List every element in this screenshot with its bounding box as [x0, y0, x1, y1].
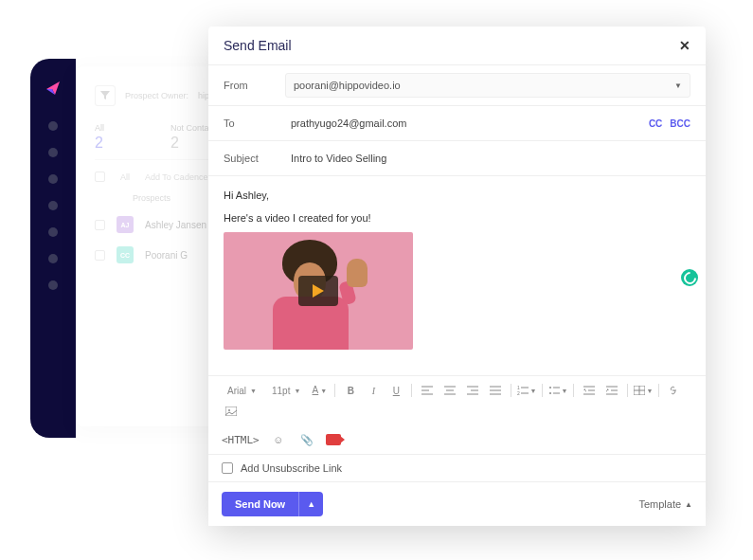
- align-left-icon[interactable]: [418, 382, 437, 399]
- subject-input[interactable]: Intro to Video Selling: [285, 149, 690, 168]
- svg-marker-28: [606, 388, 609, 392]
- select-all-checkbox[interactable]: [95, 172, 105, 182]
- italic-button[interactable]: I: [364, 382, 383, 399]
- tab-all[interactable]: All 2: [95, 123, 104, 152]
- svg-marker-2: [100, 91, 110, 99]
- body-line: Hi Ashley,: [224, 188, 690, 205]
- record-video-icon[interactable]: [326, 434, 341, 445]
- align-center-icon[interactable]: [440, 382, 459, 399]
- from-row: From poorani@hippovideo.io ▼: [208, 65, 706, 106]
- avatar: AJ: [117, 216, 134, 233]
- editor-toolbar-secondary: <HTML>: [208, 425, 706, 454]
- nav-item-3[interactable]: [48, 174, 58, 184]
- svg-text:2: 2: [517, 390, 520, 395]
- prospect-name: Ashley Jansen: [145, 220, 206, 230]
- subject-label: Subject: [224, 153, 285, 164]
- from-select[interactable]: poorani@hippovideo.io ▼: [285, 73, 690, 98]
- font-select[interactable]: Arial▼: [222, 384, 262, 398]
- nav-item-2[interactable]: [48, 148, 58, 157]
- play-icon[interactable]: [298, 276, 338, 306]
- html-button[interactable]: <HTML>: [222, 434, 260, 446]
- align-right-icon[interactable]: [463, 382, 482, 399]
- row-checkbox[interactable]: [95, 220, 105, 230]
- owner-label: Prospect Owner:: [125, 91, 188, 100]
- chevron-down-icon: ▼: [674, 81, 682, 90]
- table-icon[interactable]: ▼: [634, 382, 653, 399]
- from-label: From: [224, 80, 285, 91]
- nav-rail: [30, 59, 76, 438]
- body-line: Here's a video I created for you!: [224, 210, 690, 227]
- from-value: poorani@hippovideo.io: [294, 80, 401, 91]
- unsubscribe-checkbox[interactable]: [222, 462, 233, 474]
- template-button[interactable]: Template ▲: [638, 498, 692, 510]
- unordered-list-icon[interactable]: ▼: [548, 382, 567, 399]
- nav-item-1[interactable]: [48, 121, 58, 131]
- prospect-name: Poorani G: [145, 250, 188, 261]
- bcc-button[interactable]: BCC: [670, 118, 690, 129]
- indent-icon[interactable]: [602, 382, 621, 399]
- nav-item-6[interactable]: [48, 254, 58, 263]
- image-icon[interactable]: [222, 403, 241, 420]
- link-icon[interactable]: [665, 382, 684, 399]
- unsubscribe-row: Add Unsubscribe Link: [208, 454, 706, 481]
- row-checkbox[interactable]: [95, 250, 105, 261]
- size-select[interactable]: 11pt▼: [266, 384, 306, 398]
- avatar: CC: [117, 246, 134, 263]
- unsubscribe-label: Add Unsubscribe Link: [241, 462, 342, 474]
- add-to-cadence-button[interactable]: Add To Cadence: [145, 172, 207, 182]
- nav-item-5[interactable]: [48, 227, 58, 237]
- text-color-button[interactable]: A▼: [310, 382, 329, 399]
- email-body[interactable]: Hi Ashley, Here's a video I created for …: [208, 176, 706, 375]
- nav-item-7[interactable]: [48, 280, 58, 290]
- grammarly-icon[interactable]: [681, 269, 698, 286]
- close-icon[interactable]: ✕: [679, 38, 690, 53]
- svg-point-21: [549, 392, 551, 394]
- subject-row: Subject Intro to Video Selling: [208, 141, 706, 176]
- send-options-button[interactable]: ▲: [298, 492, 323, 516]
- underline-button[interactable]: U: [386, 382, 405, 399]
- to-input[interactable]: prathyugo24@gmail.com: [285, 114, 649, 133]
- modal-title: Send Email: [224, 38, 292, 53]
- emoji-icon[interactable]: [269, 431, 288, 448]
- bold-button[interactable]: B: [341, 382, 360, 399]
- align-justify-icon[interactable]: [486, 382, 505, 399]
- chevron-up-icon: ▲: [685, 500, 692, 509]
- outdent-icon[interactable]: [580, 382, 599, 399]
- app-logo-icon: [44, 78, 63, 97]
- nav-item-4[interactable]: [48, 201, 58, 210]
- send-now-button[interactable]: Send Now: [222, 492, 298, 516]
- svg-marker-24: [583, 388, 586, 392]
- send-email-modal: Send Email ✕ From poorani@hippovideo.io …: [208, 27, 706, 526]
- to-label: To: [224, 117, 285, 129]
- svg-point-19: [549, 387, 551, 388]
- to-row: To prathyugo24@gmail.com CC BCC: [208, 106, 706, 141]
- editor-toolbar: Arial▼ 11pt▼ A▼ B I U 12▼ ▼ ▼: [208, 375, 706, 425]
- modal-footer: Send Now ▲ Template ▲: [208, 481, 706, 526]
- cc-button[interactable]: CC: [649, 118, 662, 129]
- svg-point-35: [228, 409, 230, 411]
- attachment-icon[interactable]: [297, 431, 316, 448]
- ordered-list-icon[interactable]: 12▼: [517, 382, 536, 399]
- filter-icon[interactable]: [95, 85, 116, 106]
- select-all-label: All: [120, 172, 130, 182]
- video-thumbnail[interactable]: [224, 232, 413, 350]
